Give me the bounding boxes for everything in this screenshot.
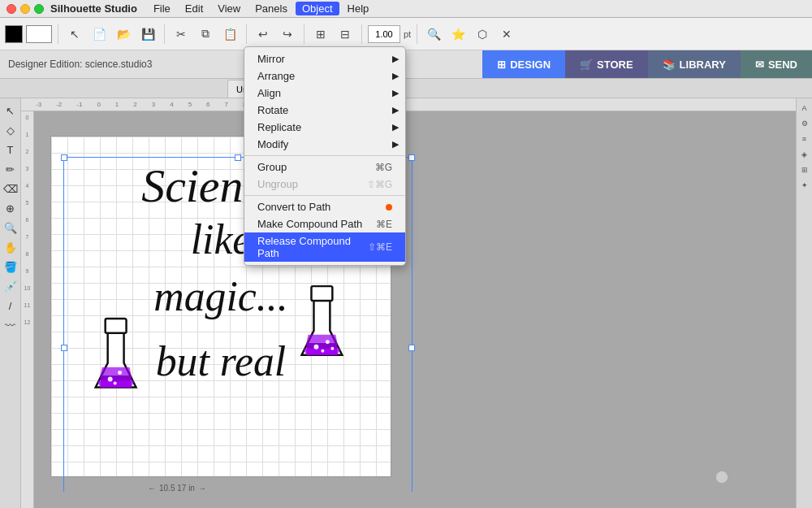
top-tabs: ⊞ DESIGN 🛒 STORE 📚 LIBRARY ✉ SEND xyxy=(482,50,812,78)
menu-align[interactable]: Align ▶ xyxy=(244,85,405,102)
warp-tool[interactable]: 〰 xyxy=(2,316,19,334)
fill-color[interactable] xyxy=(5,25,23,43)
crop-tool[interactable]: ⊕ xyxy=(2,199,19,217)
menu-edit[interactable]: Edit xyxy=(179,2,209,15)
menu-group[interactable]: Group ⌘G xyxy=(244,158,405,176)
zoom-tool[interactable]: 🔍 xyxy=(2,219,19,237)
undo-btn[interactable]: ↩ xyxy=(253,24,274,45)
open-btn[interactable]: 📂 xyxy=(113,24,134,45)
svg-text:like: like xyxy=(191,216,252,263)
submenu-arrow: ▶ xyxy=(392,54,399,64)
arrow-tool[interactable]: ↖ xyxy=(2,102,19,119)
menu-help[interactable]: Help xyxy=(341,2,376,15)
line-unit: pt xyxy=(404,29,411,39)
menu-ungroup: Ungroup ⇧⌘G xyxy=(244,176,405,193)
doc-tabs: Untitled-1 ✕ science.studio3 ✕ + xyxy=(0,79,812,98)
menu-panels[interactable]: Panels xyxy=(248,2,294,15)
ruler-left: 0123456789101112 xyxy=(21,111,34,508)
maximize-button[interactable] xyxy=(34,4,44,14)
stroke-color[interactable] xyxy=(26,25,52,43)
tab-design[interactable]: ⊞ DESIGN xyxy=(482,50,565,78)
toolbar-sep-4 xyxy=(304,24,304,44)
rp-btn-4[interactable]: ◈ xyxy=(798,148,811,161)
pan-tool[interactable]: ✋ xyxy=(2,238,19,256)
toolbar-sep-3 xyxy=(246,24,247,44)
cube-icon[interactable]: ⬡ xyxy=(472,24,493,45)
object-menu: Mirror ▶ Arrange ▶ Align ▶ Rotate ▶ Repl… xyxy=(244,46,406,266)
minimize-button[interactable] xyxy=(20,4,30,14)
toolbar-sep-5 xyxy=(361,24,362,44)
traffic-lights xyxy=(0,4,50,14)
close-button[interactable] xyxy=(6,4,16,14)
convert-dot xyxy=(386,204,392,211)
text-tool[interactable]: T xyxy=(2,141,19,158)
fill-tool[interactable]: 🪣 xyxy=(2,258,19,276)
svg-point-13 xyxy=(716,471,728,483)
menu-arrange[interactable]: Arrange ▶ xyxy=(244,67,405,85)
eyedrop-tool[interactable]: 💉 xyxy=(2,277,19,295)
submenu-arrow: ▶ xyxy=(392,105,399,115)
handle-top-right[interactable] xyxy=(408,154,415,161)
tab-library[interactable]: 📚 LIBRARY xyxy=(648,50,741,78)
canvas-wrapper: Science: like magic... but real xyxy=(34,111,796,492)
menu-rotate[interactable]: Rotate ▶ xyxy=(244,102,405,119)
submenu-arrow: ▶ xyxy=(392,122,399,132)
menu-sep-1 xyxy=(244,155,405,156)
new-doc-btn[interactable]: 📄 xyxy=(89,24,110,45)
draw-tool[interactable]: ✏ xyxy=(2,160,19,178)
rp-btn-3[interactable]: ≡ xyxy=(798,132,811,145)
tab-store[interactable]: 🛒 STORE xyxy=(565,50,648,78)
design-icon: ⊞ xyxy=(497,59,506,71)
svg-point-6 xyxy=(118,371,122,375)
paste-btn[interactable]: 📋 xyxy=(219,24,240,45)
copy-btn[interactable]: ⧉ xyxy=(195,24,216,45)
toolbar-sep-2 xyxy=(164,24,165,44)
handle-mid-right[interactable] xyxy=(408,345,415,351)
toolbar: ↖ 📄 📂 💾 ✂ ⧉ 📋 ↩ ↪ ⊞ ⊟ pt 🔍 ⭐ ⬡ ✕ xyxy=(0,18,812,50)
menu-make-compound-path[interactable]: Make Compound Path ⌘E xyxy=(244,215,405,232)
menu-mirror[interactable]: Mirror ▶ xyxy=(244,50,405,67)
submenu-arrow: ▶ xyxy=(392,71,399,81)
rp-btn-6[interactable]: ✦ xyxy=(798,179,811,192)
group-btn[interactable]: ⊞ xyxy=(310,24,331,45)
menu-modify[interactable]: Modify ▶ xyxy=(244,136,405,153)
line-tool[interactable]: / xyxy=(2,297,19,315)
ungroup-btn[interactable]: ⊟ xyxy=(335,24,356,45)
ruler-top: -3-2-10123456789101112131415 xyxy=(21,98,796,111)
store-icon: 🛒 xyxy=(580,59,593,71)
svg-point-7 xyxy=(114,382,117,385)
save-btn[interactable]: 💾 xyxy=(137,24,158,45)
menu-release-compound-path[interactable]: Release Compound Path ⇧⌘E xyxy=(244,232,405,262)
redo-btn[interactable]: ↪ xyxy=(277,24,298,45)
svg-point-12 xyxy=(330,347,334,350)
svg-point-5 xyxy=(108,377,113,382)
tab-send[interactable]: ✉ SEND xyxy=(741,50,812,78)
menubar: Silhouette Studio File Edit View Panels … xyxy=(0,0,812,18)
rp-btn-2[interactable]: ⚙ xyxy=(798,117,811,130)
line-width-input[interactable] xyxy=(368,25,400,43)
toolbar-sep-1 xyxy=(58,24,58,44)
menu-object[interactable]: Object xyxy=(296,2,339,15)
close-transform-icon[interactable]: ✕ xyxy=(496,24,517,45)
select-tool[interactable]: ↖ xyxy=(64,24,85,45)
svg-point-11 xyxy=(321,350,324,353)
svg-text:but real: but real xyxy=(156,338,287,384)
eraser-tool[interactable]: ⌫ xyxy=(2,180,19,198)
rp-btn-1[interactable]: A xyxy=(798,102,811,115)
send-icon: ✉ xyxy=(755,59,764,71)
right-panel: A ⚙ ≡ ◈ ⊞ ✦ xyxy=(796,98,812,508)
cut-btn[interactable]: ✂ xyxy=(171,24,192,45)
rp-btn-5[interactable]: ⊞ xyxy=(798,163,811,176)
menu-convert-to-path[interactable]: Convert to Path xyxy=(244,198,405,215)
menu-file[interactable]: File xyxy=(147,2,177,15)
shape-star-icon[interactable]: ⭐ xyxy=(447,24,469,45)
app-name: Silhouette Studio xyxy=(50,2,137,15)
node-tool[interactable]: ◇ xyxy=(2,121,19,139)
watermark: silhouette xyxy=(715,471,771,484)
menu-items: File Edit View Panels Object Help xyxy=(147,2,375,15)
zoom-icon[interactable]: 🔍 xyxy=(423,24,444,45)
svg-rect-4 xyxy=(106,319,127,333)
svg-point-9 xyxy=(313,345,318,350)
menu-view[interactable]: View xyxy=(211,2,247,15)
menu-replicate[interactable]: Replicate ▶ xyxy=(244,119,405,136)
